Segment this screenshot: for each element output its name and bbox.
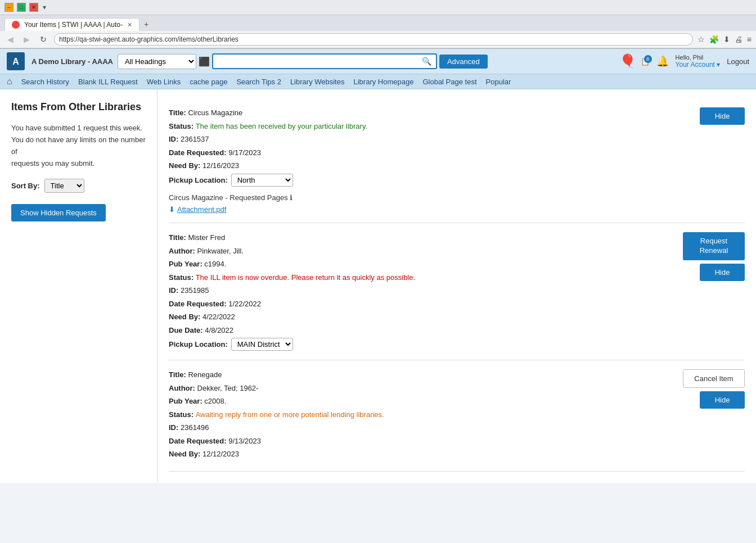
account-dropdown-button[interactable]: Your Account ▾ <box>676 61 721 69</box>
title-label: Title: <box>169 370 188 379</box>
date-requested-value: 9/13/2023 <box>228 437 261 445</box>
nav-library-homepage[interactable]: Library Homepage <box>353 78 413 86</box>
pub-year-label: Pub Year: <box>169 397 204 405</box>
new-tab-button[interactable]: + <box>140 17 153 31</box>
item-details: Title: Renegade Author: Dekker, Ted; 196… <box>169 369 665 462</box>
notification-bell-icon[interactable]: 🔔 <box>656 55 669 67</box>
item-card: Title: Mister Fred Author: Pinkwater, Ji… <box>169 223 745 360</box>
address-input[interactable] <box>54 33 693 46</box>
title-value: Circus Magazine <box>188 108 242 117</box>
pickup-location-select[interactable]: North MAIN District South <box>231 174 293 187</box>
minimize-button[interactable]: – <box>4 3 14 12</box>
status-value: Awaiting reply from one or more potentia… <box>196 410 384 419</box>
date-requested-label: Date Requested: <box>169 148 228 157</box>
close-button[interactable]: ✕ <box>29 3 38 12</box>
download-icon[interactable]: ⬇ <box>723 35 730 44</box>
nav-web-links[interactable]: Web Links <box>147 78 181 86</box>
search-button[interactable]: 🔍 <box>417 55 436 68</box>
need-by-label: Need By: <box>169 313 202 321</box>
nav-global-page-test[interactable]: Global Page test <box>422 78 476 86</box>
need-by-label: Need By: <box>169 450 202 458</box>
nav-home[interactable]: ⌂ <box>7 76 12 87</box>
status-label: Status: <box>169 122 196 130</box>
heading-select[interactable]: All Headings Title Author Subject <box>118 54 196 69</box>
hello-text: Hello, Phil <box>676 54 721 61</box>
sidebar-description: You have submitted 1 request this week. … <box>11 123 146 169</box>
id-label: ID: <box>169 286 181 295</box>
balloon-icon: 🎈 <box>619 53 636 69</box>
id-label: ID: <box>169 135 181 143</box>
title-value: Mister Fred <box>188 233 225 242</box>
status-value: The item has been received by your parti… <box>196 122 367 130</box>
active-tab[interactable]: Your Items | STWI | AAAA | Auto- ✕ <box>4 18 140 31</box>
nav-search-tips[interactable]: Search Tips 2 <box>236 78 281 86</box>
sidebar: Items From Other Libraries You have subm… <box>0 89 158 483</box>
id-value: 2351985 <box>181 286 209 295</box>
app-logo-icon: A <box>7 52 25 70</box>
logout-button[interactable]: Logout <box>727 57 749 66</box>
request-renewal-button[interactable]: RequestRenewal <box>683 232 745 260</box>
extensions-icon[interactable]: 🧩 <box>709 35 719 44</box>
need-by-value: 12/16/2023 <box>202 161 239 170</box>
tab-favicon <box>12 21 20 29</box>
hide-button[interactable]: Hide <box>700 264 745 281</box>
attachment-link[interactable]: Attachment.pdf <box>177 205 226 214</box>
search-input[interactable] <box>213 55 417 68</box>
item-card: Title: Circus Magazine Status: The item … <box>169 98 745 223</box>
svg-text:A: A <box>12 57 19 66</box>
menu-icon[interactable]: ≡ <box>747 35 752 44</box>
status-value: The ILL item is now overdue. Please retu… <box>196 273 415 282</box>
date-requested-label: Date Requested: <box>169 437 228 445</box>
download-attachment-icon: ⬇ <box>169 205 175 214</box>
tab-title: Your Items | STWI | AAAA | Auto- <box>24 21 123 29</box>
reload-button[interactable]: ↻ <box>37 34 50 45</box>
item-buttons: Cancel Item Hide <box>672 369 745 462</box>
due-date-label: Due Date: <box>169 326 205 334</box>
hide-button[interactable]: Hide <box>700 391 745 409</box>
item-card: Title: Renegade Author: Dekker, Ted; 196… <box>169 360 745 472</box>
sort-by-select[interactable]: Title Date Status <box>44 179 84 193</box>
item-buttons: RequestRenewal Hide <box>672 232 745 351</box>
list-icon[interactable]: 📋 8 <box>641 57 650 66</box>
nav-library-websites[interactable]: Library Websites <box>290 78 345 86</box>
author-value: Pinkwater, Jill. <box>197 247 244 255</box>
title-label: Title: <box>169 233 188 242</box>
list-badge: 8 <box>644 55 652 63</box>
author-value: Dekker, Ted; 1962- <box>197 384 259 392</box>
forward-button[interactable]: ▶ <box>21 34 33 45</box>
status-label: Status: <box>169 273 196 282</box>
need-by-label: Need By: <box>169 161 202 170</box>
show-hidden-requests-button[interactable]: Show Hidden Requests <box>11 204 106 221</box>
id-value: 2361537 <box>181 135 209 143</box>
hide-button[interactable]: Hide <box>700 107 745 125</box>
maximize-button[interactable]: □ <box>17 3 26 12</box>
bookmark-icon[interactable]: ☆ <box>698 35 705 44</box>
pickup-location-select[interactable]: North MAIN District South <box>231 338 293 351</box>
pub-year-value: c1994. <box>204 260 226 268</box>
title-label: Title: <box>169 108 188 117</box>
cancel-item-button[interactable]: Cancel Item <box>683 369 745 388</box>
nav-popular[interactable]: Popular <box>486 78 511 86</box>
item-details: Title: Mister Fred Author: Pinkwater, Ji… <box>169 232 665 351</box>
pub-year-value: c2008. <box>204 397 226 405</box>
nav-blank-ill[interactable]: Blank ILL Request <box>78 78 138 86</box>
window-expand-icon: ▾ <box>43 3 46 11</box>
database-icon[interactable]: ⬛ <box>199 56 210 67</box>
back-button[interactable]: ◀ <box>4 34 16 45</box>
status-label: Status: <box>169 410 196 419</box>
item-buttons: Hide <box>672 107 745 214</box>
page-title: Items From Other Libraries <box>11 101 146 114</box>
id-label: ID: <box>169 423 181 432</box>
item-details: Title: Circus Magazine Status: The item … <box>169 107 665 214</box>
info-icon[interactable]: ℹ <box>290 193 292 202</box>
tab-close-icon[interactable]: ✕ <box>127 21 132 29</box>
sort-by-label: Sort By: <box>11 182 40 190</box>
nav-cache-page[interactable]: cache page <box>190 78 227 86</box>
author-label: Author: <box>169 384 197 392</box>
advanced-search-button[interactable]: Advanced <box>439 55 488 69</box>
due-date-value: 4/8/2022 <box>205 326 233 334</box>
nav-search-history[interactable]: Search History <box>21 78 69 86</box>
pub-year-label: Pub Year: <box>169 260 204 268</box>
app-title: A Demo Library - AAAA <box>32 57 113 66</box>
print-icon[interactable]: 🖨 <box>735 35 742 44</box>
